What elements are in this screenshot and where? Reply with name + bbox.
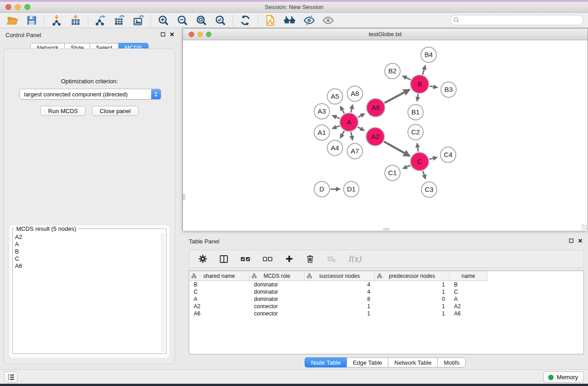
graph-edge-A6-B[interactable] [384, 90, 410, 103]
graph-node-D[interactable]: D [314, 181, 330, 197]
table-cell[interactable]: dominator [249, 289, 305, 295]
graph-edge-A-A7[interactable] [351, 132, 353, 140]
graph-node-A5[interactable]: A5 [327, 89, 343, 104]
table-cell[interactable]: connector [249, 303, 305, 310]
graph-node-B2[interactable]: B2 [385, 63, 400, 79]
delete-rows-button[interactable] [304, 252, 316, 266]
graph-edge-A-A5[interactable] [340, 106, 344, 114]
graph-node-C[interactable]: C [411, 152, 429, 171]
table-cell[interactable]: C [189, 289, 249, 295]
table-cell[interactable]: A6 [449, 310, 488, 317]
table-cell[interactable]: 4 [305, 289, 375, 295]
graph-node-A1[interactable]: A1 [314, 125, 330, 140]
mcds-result-item[interactable]: C [15, 255, 160, 262]
table-cell[interactable]: B [189, 281, 249, 288]
graph-node-C1[interactable]: C1 [385, 165, 400, 181]
graph-edge-C-C4[interactable] [429, 157, 437, 159]
refresh-button[interactable] [238, 14, 253, 27]
table-panel-close-button[interactable] [578, 238, 583, 243]
minimize-traffic-light[interactable] [15, 4, 21, 10]
criterion-dropdown[interactable]: largest connected component (directed) [19, 89, 161, 100]
graph-node-A[interactable]: A [340, 113, 358, 131]
graph-edge-B-B3[interactable] [430, 86, 438, 87]
table-cell[interactable]: connector [249, 310, 305, 317]
column-header-predecessor-nodes[interactable]: predecessor nodes [375, 271, 449, 281]
graph-node-B[interactable]: B [411, 75, 429, 93]
mcds-result-item[interactable]: B [15, 248, 160, 255]
table-cell[interactable]: 8 [305, 296, 375, 302]
network-zoom-traffic-light[interactable] [206, 32, 211, 37]
graph-edge-A-A2[interactable] [358, 127, 364, 131]
tab-node-table[interactable]: Node Table [305, 357, 347, 367]
network-minimize-traffic-light[interactable] [197, 32, 203, 37]
graph-node-A8[interactable]: A8 [347, 86, 363, 101]
graph-node-C4[interactable]: C4 [440, 147, 456, 162]
resize-grip[interactable] [582, 224, 587, 230]
import-table-button[interactable] [68, 14, 83, 27]
graph-edge-A-A3[interactable] [332, 115, 339, 118]
import-network-button[interactable] [49, 14, 64, 27]
graph-node-D1[interactable]: D1 [344, 181, 359, 197]
control-panel-close-button[interactable] [170, 32, 174, 37]
column-header-successor-nodes[interactable]: successor nodes [305, 271, 375, 281]
zoom-out-button[interactable] [175, 14, 190, 27]
table-cell[interactable]: dominator [249, 296, 305, 302]
network-close-traffic-light[interactable] [189, 32, 194, 37]
export-image-button[interactable] [131, 14, 146, 27]
mcds-list-scrollbar[interactable] [161, 234, 165, 352]
graph-node-C2[interactable]: C2 [408, 124, 423, 140]
open-session-button[interactable] [5, 14, 20, 27]
network-from-file-button[interactable] [263, 14, 278, 27]
run-mcds-button[interactable]: Run MCDS [40, 106, 86, 116]
table-panel-float-button[interactable] [569, 238, 574, 243]
graph-edge-A-A1[interactable] [332, 126, 339, 129]
control-panel-float-button[interactable] [161, 32, 165, 37]
graph-edge-A2-C[interactable] [384, 142, 410, 156]
table-cell[interactable]: 1 [305, 310, 375, 317]
tab-network-table[interactable]: Network Table [388, 357, 438, 367]
save-session-button[interactable] [24, 14, 39, 27]
homes-button[interactable] [282, 14, 298, 27]
deselect-all-button[interactable] [261, 252, 275, 266]
column-header-name[interactable]: name [449, 271, 488, 281]
close-traffic-light[interactable] [5, 4, 11, 10]
graph-edge-C-C1[interactable] [403, 166, 411, 169]
zoom-in-button[interactable] [156, 14, 171, 27]
mcds-result-item[interactable]: A6 [15, 262, 160, 270]
export-table-button[interactable] [112, 14, 127, 27]
collapsed-scrollbar-left[interactable] [183, 194, 185, 200]
graph-node-A3[interactable]: A3 [314, 104, 330, 119]
graph-edge-A-A4[interactable] [340, 131, 344, 138]
tab-motifs[interactable]: Motifs [438, 357, 466, 367]
delete-table-button[interactable] [325, 252, 338, 266]
mcds-result-item[interactable]: A2 [15, 234, 160, 241]
collapsed-scrollbar-bottom[interactable] [383, 228, 389, 230]
graph-node-C3[interactable]: C3 [421, 182, 437, 197]
table-cell[interactable]: A2 [449, 303, 488, 310]
hide-selected-button[interactable] [301, 14, 317, 27]
mcds-result-item[interactable]: A [15, 241, 160, 248]
graph-edge-A-A8[interactable] [351, 105, 353, 113]
table-cell[interactable]: 1 [375, 289, 449, 295]
function-button[interactable]: f(x) [346, 252, 363, 266]
table-cell[interactable]: A [189, 296, 249, 302]
search-field[interactable] [450, 15, 583, 25]
graph-node-B4[interactable]: B4 [421, 47, 436, 62]
graph-node-A6[interactable]: A6 [367, 99, 385, 117]
show-panels-button[interactable] [4, 372, 18, 383]
column-header-shared-name[interactable]: shared name [189, 271, 249, 281]
show-details-button[interactable] [320, 14, 336, 27]
graph-node-A2[interactable]: A2 [366, 128, 384, 146]
zoom-selected-button[interactable] [213, 14, 228, 27]
graph-edge-B-B2[interactable] [403, 76, 411, 80]
graph-node-B3[interactable]: B3 [441, 82, 456, 97]
table-cell[interactable]: 0 [375, 296, 449, 302]
add-button[interactable] [283, 252, 296, 266]
table-cell[interactable]: B [449, 281, 488, 288]
select-all-button[interactable] [239, 252, 253, 266]
zoom-fit-button[interactable] [194, 14, 209, 27]
table-cell[interactable]: dominator [249, 281, 305, 288]
zoom-traffic-light[interactable] [24, 4, 30, 10]
graph-edge-B-B4[interactable] [423, 66, 425, 75]
graph-edge-A-A6[interactable] [358, 114, 364, 117]
